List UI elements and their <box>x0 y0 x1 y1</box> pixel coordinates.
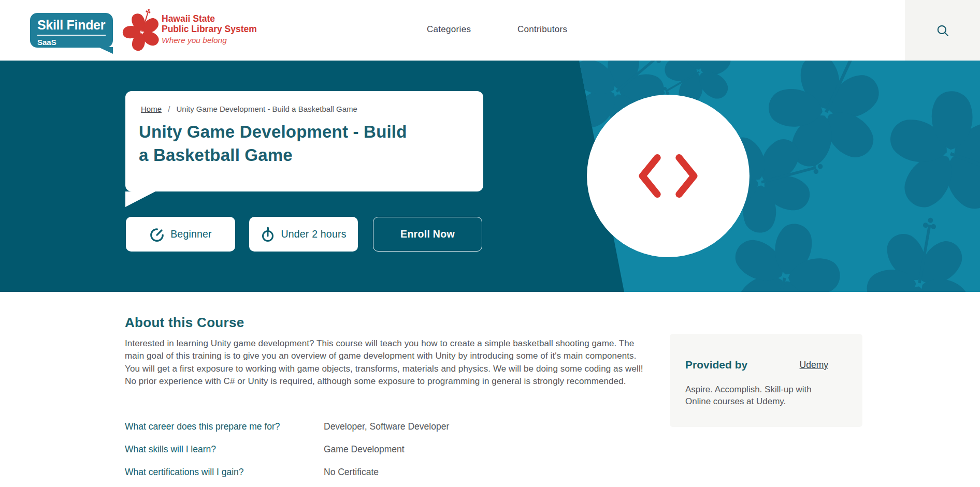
provider-udemy-link[interactable]: Udemy <box>800 360 828 371</box>
search-button[interactable] <box>905 0 980 61</box>
breadcrumb: Home / Unity Game Development - Build a … <box>141 105 470 113</box>
provider-description: Aspire. Accomplish. Skill-up with Online… <box>685 383 820 407</box>
logo-title: Skill Finder <box>37 18 106 33</box>
qa-question-careers: What career does this prepare me for? <box>125 421 322 432</box>
library-wordmark[interactable]: Hawaii State Public Library System Where… <box>162 13 257 46</box>
library-name-line1: Hawaii State <box>162 13 257 24</box>
level-badge-label: Beginner <box>170 228 212 240</box>
library-tagline: Where you belong <box>162 35 257 46</box>
qa-answer-skills: Game Development <box>324 444 405 455</box>
qa-answer-certifications: No Certificate <box>324 467 379 478</box>
hero-banner: Home / Unity Game Development - Build a … <box>0 61 980 292</box>
enroll-now-button[interactable]: Enroll Now <box>373 217 482 252</box>
logo-subtitle: SaaS <box>37 38 113 47</box>
about-description: Interested in learning Unity game develo… <box>125 337 648 388</box>
logo-bubble-tail <box>98 47 113 54</box>
code-brackets-icon <box>637 154 699 198</box>
logo-divider <box>37 35 106 36</box>
page-title: Unity Game Development - Build a Basketb… <box>139 120 419 167</box>
duration-badge-label: Under 2 hours <box>281 228 346 240</box>
breadcrumb-current: Unity Game Development - Build a Basketb… <box>177 105 357 113</box>
library-name-line2: Public Library System <box>162 24 257 34</box>
title-card-tail <box>125 191 155 207</box>
provider-heading: Provided by <box>685 359 747 371</box>
level-badge: Beginner <box>126 217 235 252</box>
course-page: Skill Finder SaaS Hawaii State Public Li… <box>0 0 980 487</box>
hibiscus-logo-icon[interactable] <box>121 9 163 52</box>
provider-card: Provided by Udemy Aspire. Accomplish. Sk… <box>670 334 862 427</box>
header: Skill Finder SaaS Hawaii State Public Li… <box>0 0 980 61</box>
title-card: Home / Unity Game Development - Build a … <box>125 91 483 191</box>
skill-finder-logo[interactable]: Skill Finder SaaS <box>30 13 113 48</box>
qa-question-skills: What skills will I learn? <box>125 444 322 455</box>
breadcrumb-home-link[interactable]: Home <box>141 105 162 113</box>
qa-question-certifications: What certifications will I gain? <box>125 467 322 478</box>
stopwatch-icon <box>261 226 275 243</box>
nav-item-contributors[interactable]: Contributors <box>517 24 567 35</box>
gauge-icon <box>149 227 165 242</box>
about-heading: About this Course <box>125 315 244 331</box>
nav-item-categories[interactable]: Categories <box>427 24 471 35</box>
qa-answer-careers: Developer, Software Developer <box>324 421 449 432</box>
duration-badge: Under 2 hours <box>249 217 358 252</box>
search-icon <box>936 24 949 37</box>
course-thumbnail-circle <box>587 95 750 257</box>
breadcrumb-separator: / <box>168 105 170 113</box>
